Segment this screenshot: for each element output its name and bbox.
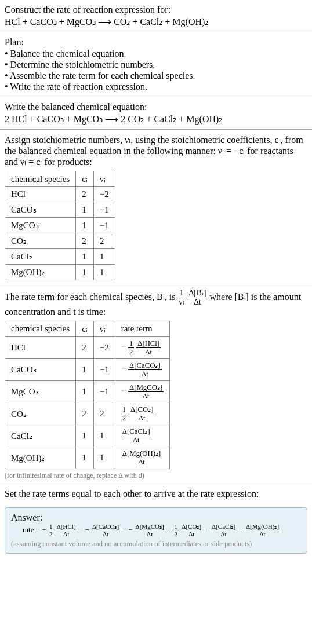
answer-label: Answer:	[11, 513, 301, 523]
cell-rate: 12 Δ[CO₂]Δt	[115, 403, 169, 425]
delta-frac: Δ[Mg(OH)₂]Δt	[121, 449, 162, 466]
table-row: MgCO₃ 1 −1 − Δ[MgCO₃]Δt	[5, 380, 170, 402]
cell-ci: 1	[76, 358, 94, 380]
half-frac: 12	[48, 523, 54, 537]
cell-vi: 1	[93, 447, 115, 469]
frac-den: Δt	[128, 370, 162, 378]
answer-expression: rate = − 12 Δ[HCl]Δt = − Δ[CaCO₃]Δt = − …	[23, 523, 301, 537]
cell-ci: 1	[76, 265, 94, 280]
cell-ci: 2	[76, 187, 94, 202]
answer-box: Answer: rate = − 12 Δ[HCl]Δt = − Δ[CaCO₃…	[5, 507, 307, 554]
frac-num: Δ[Mg(OH)₂]	[245, 523, 280, 530]
cell-species: HCl	[5, 187, 76, 202]
final-title: Set the rate terms equal to each other t…	[5, 489, 307, 499]
balanced-title: Write the balanced chemical equation:	[5, 102, 307, 112]
plan-item: • Assemble the rate term for each chemic…	[5, 71, 307, 81]
term5: Δ[CaCl₂]Δt	[211, 523, 237, 537]
frac-num: Δ[MgCO₃]	[128, 383, 164, 392]
delta-frac: Δ[CaCO₃]Δt	[128, 361, 162, 378]
eq-sign: =	[122, 525, 128, 534]
frac-num: Δ[CO₂]	[180, 523, 202, 530]
frac-den: Δt	[211, 530, 237, 537]
cell-vi: −1	[93, 358, 115, 380]
rateterm-section: The rate term for each chemical species,…	[0, 284, 312, 484]
rateterm-intro: The rate term for each chemical species,…	[5, 289, 307, 317]
cell-rate: − Δ[CaCO₃]Δt	[115, 358, 169, 380]
cell-ci: 1	[76, 447, 94, 469]
neg-sign: −	[85, 525, 89, 534]
cell-vi: 1	[93, 249, 115, 265]
cell-vi: 1	[93, 265, 115, 280]
term2: Δ[CaCO₃]Δt	[91, 523, 120, 537]
frac-num: 1	[128, 339, 134, 348]
frac-den: Δt	[136, 348, 161, 356]
delta-frac: Δ[CO₂]Δt	[129, 405, 154, 422]
cell-species: CaCO₃	[5, 202, 76, 218]
frac-den: Δt	[121, 436, 151, 444]
cell-rate: Δ[Mg(OH)₂]Δt	[115, 447, 169, 469]
construct-title: Construct the rate of reaction expressio…	[5, 5, 307, 15]
table-row: CaCl₂ 1 1 Δ[CaCl₂]Δt	[5, 425, 170, 447]
cell-vi: −1	[93, 218, 115, 233]
cell-rate: − 12 Δ[HCl]Δt	[115, 336, 169, 358]
table-row: Mg(OH)₂11	[5, 265, 115, 280]
rateterm-pre: The rate term for each chemical species,…	[5, 292, 177, 302]
stoich-intro: Assign stoichiometric numbers, νᵢ, using…	[5, 134, 307, 167]
frac-den: Δt	[129, 414, 154, 422]
frac-num: Δ[HCl]	[56, 523, 77, 530]
cell-vi: 2	[93, 403, 115, 425]
eq-sign: =	[238, 525, 245, 534]
coef-frac: 12	[128, 339, 134, 356]
table-row: CaCO₃1−1	[5, 202, 115, 218]
construct-section: Construct the rate of reaction expressio…	[0, 0, 312, 32]
frac-num: Δ[MgCO₃]	[135, 523, 165, 530]
cell-species: Mg(OH)₂	[5, 447, 76, 469]
rateterm-note: (for infinitesimal rate of change, repla…	[5, 471, 307, 480]
table-row: Mg(OH)₂ 1 1 Δ[Mg(OH)₂]Δt	[5, 447, 170, 469]
plan-title: Plan:	[5, 37, 307, 47]
cell-species: CO₂	[5, 403, 76, 425]
final-section: Set the rate terms equal to each other t…	[0, 484, 312, 504]
rateterm-frac2: Δ[Bᵢ]Δt	[188, 289, 208, 307]
cell-species: CaCl₂	[5, 425, 76, 447]
frac-den: 2	[121, 414, 127, 422]
cell-species: CO₂	[5, 233, 76, 249]
cell-species: MgCO₃	[5, 380, 76, 402]
plan-item: • Determine the stoichiometric numbers.	[5, 60, 307, 70]
frac-den: Δt	[180, 530, 202, 537]
frac-num: Δ[CaCO₃]	[91, 523, 120, 530]
frac-num: 1	[121, 405, 127, 414]
neg-sign: −	[128, 525, 132, 534]
frac-den: νᵢ	[177, 298, 185, 307]
frac-num: Δ[CaCO₃]	[128, 361, 162, 370]
neg-sign: −	[42, 525, 46, 534]
frac-num: 1	[48, 523, 54, 530]
cell-vi: 2	[93, 233, 115, 249]
stoich-col-vi: νᵢ	[93, 171, 115, 187]
frac-den: Δt	[135, 530, 165, 537]
plan-list: • Balance the chemical equation. • Deter…	[5, 49, 307, 92]
term6: Δ[Mg(OH)₂]Δt	[245, 523, 280, 537]
plan-section: Plan: • Balance the chemical equation. •…	[0, 32, 312, 97]
frac-num: 1	[173, 523, 179, 530]
frac-den: 2	[173, 530, 179, 537]
frac-den: Δt	[188, 298, 208, 307]
neg-sign: −	[121, 386, 126, 396]
rt-col-vi: νᵢ	[93, 321, 115, 336]
neg-sign: −	[121, 342, 126, 352]
cell-ci: 1	[76, 249, 94, 265]
plan-item: • Write the rate of reaction expression.	[5, 82, 307, 92]
frac-num: Δ[Bᵢ]	[188, 289, 208, 298]
frac-num: 1	[177, 289, 185, 298]
plan-item: • Balance the chemical equation.	[5, 49, 307, 59]
cell-vi: 1	[93, 425, 115, 447]
cell-ci: 2	[76, 403, 94, 425]
rate-lead: rate =	[23, 525, 42, 534]
cell-vi: −1	[93, 202, 115, 218]
cell-ci: 1	[76, 380, 94, 402]
cell-rate: Δ[CaCl₂]Δt	[115, 425, 169, 447]
construct-equation: HCl + CaCO₃ + MgCO₃ ⟶ CO₂ + CaCl₂ + Mg(O…	[5, 16, 307, 27]
frac-num: Δ[HCl]	[136, 339, 161, 348]
cell-vi: −2	[93, 336, 115, 358]
stoich-col-ci: cᵢ	[76, 171, 94, 187]
